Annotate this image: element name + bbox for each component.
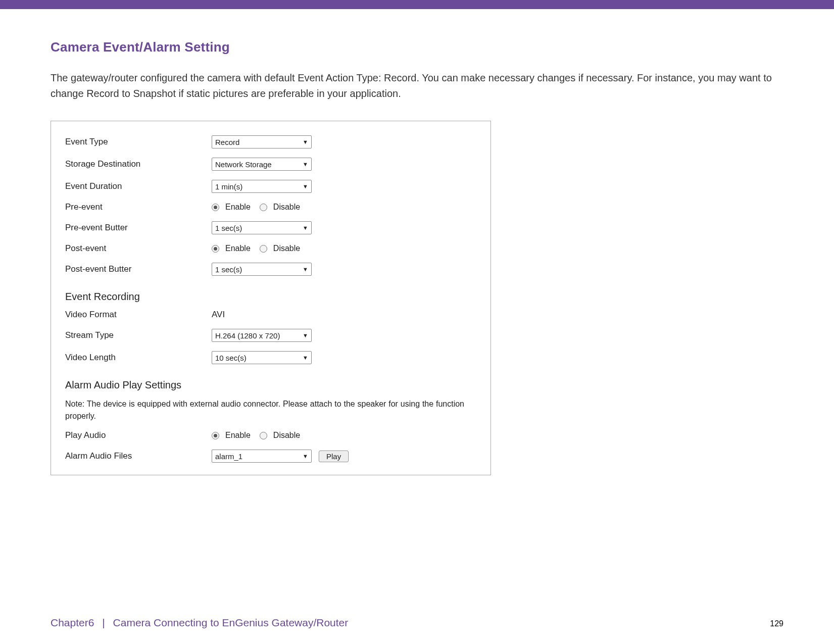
label-pre-event: Pre-event bbox=[65, 202, 212, 212]
radio-pre-event-disable-label: Disable bbox=[273, 203, 300, 212]
radio-play-audio-disable[interactable] bbox=[260, 432, 267, 439]
select-post-event-butter-value: 1 sec(s) bbox=[215, 265, 242, 274]
chevron-down-icon: ▼ bbox=[303, 266, 308, 272]
select-pre-event-butter[interactable]: 1 sec(s) ▼ bbox=[212, 221, 312, 234]
section-alarm-audio: Alarm Audio Play Settings bbox=[65, 379, 476, 391]
chevron-down-icon: ▼ bbox=[303, 453, 308, 459]
select-event-type-value: Record bbox=[215, 138, 239, 146]
row-post-event: Post-event Enable Disable bbox=[65, 243, 476, 254]
select-event-duration[interactable]: 1 min(s) ▼ bbox=[212, 180, 312, 193]
play-button[interactable]: Play bbox=[319, 451, 349, 462]
select-pre-event-butter-value: 1 sec(s) bbox=[215, 224, 242, 232]
select-post-event-butter[interactable]: 1 sec(s) ▼ bbox=[212, 263, 312, 276]
radio-pre-event-enable[interactable] bbox=[212, 204, 219, 211]
label-alarm-audio-files: Alarm Audio Files bbox=[65, 451, 212, 461]
settings-panel: Event Type Record ▼ Storage Destination … bbox=[51, 121, 491, 475]
top-accent-bar bbox=[0, 0, 834, 9]
label-event-duration: Event Duration bbox=[65, 181, 212, 191]
row-play-audio: Play Audio Enable Disable bbox=[65, 430, 476, 440]
row-video-length: Video Length 10 sec(s) ▼ bbox=[65, 351, 476, 364]
footer-breadcrumb: Chapter6 | Camera Connecting to EnGenius… bbox=[51, 617, 348, 629]
footer-separator: | bbox=[102, 617, 105, 628]
row-event-duration: Event Duration 1 min(s) ▼ bbox=[65, 180, 476, 193]
select-stream-type-value: H.264 (1280 x 720) bbox=[215, 331, 280, 340]
row-pre-event-butter: Pre-event Butter 1 sec(s) ▼ bbox=[65, 221, 476, 234]
section-event-recording: Event Recording bbox=[65, 291, 476, 303]
row-event-type: Event Type Record ▼ bbox=[65, 135, 476, 148]
row-storage-destination: Storage Destination Network Storage ▼ bbox=[65, 158, 476, 171]
select-stream-type[interactable]: H.264 (1280 x 720) ▼ bbox=[212, 329, 312, 342]
radio-post-event-disable-label: Disable bbox=[273, 244, 300, 253]
radio-post-event-enable-label: Enable bbox=[225, 244, 251, 253]
chevron-down-icon: ▼ bbox=[303, 332, 308, 338]
radio-play-audio-enable[interactable] bbox=[212, 432, 219, 439]
footer-title: Camera Connecting to EnGenius Gateway/Ro… bbox=[113, 617, 349, 628]
page-intro: The gateway/router configured the camera… bbox=[51, 70, 783, 102]
chevron-down-icon: ▼ bbox=[303, 183, 308, 189]
page-title: Camera Event/Alarm Setting bbox=[51, 39, 783, 55]
select-event-type[interactable]: Record ▼ bbox=[212, 135, 312, 148]
radio-pre-event-enable-label: Enable bbox=[225, 203, 251, 212]
label-pre-event-butter: Pre-event Butter bbox=[65, 223, 212, 233]
label-video-length: Video Length bbox=[65, 353, 212, 363]
label-play-audio: Play Audio bbox=[65, 430, 212, 440]
label-event-type: Event Type bbox=[65, 137, 212, 147]
select-video-length[interactable]: 10 sec(s) ▼ bbox=[212, 351, 312, 364]
select-alarm-audio-files-value: alarm_1 bbox=[215, 452, 242, 461]
alarm-audio-note: Note: The device is equipped with extern… bbox=[65, 398, 464, 422]
label-video-format: Video Format bbox=[65, 310, 212, 320]
page-number: 129 bbox=[770, 619, 783, 628]
select-alarm-audio-files[interactable]: alarm_1 ▼ bbox=[212, 450, 312, 463]
select-video-length-value: 10 sec(s) bbox=[215, 354, 247, 362]
label-storage-destination: Storage Destination bbox=[65, 159, 212, 169]
chevron-down-icon: ▼ bbox=[303, 225, 308, 231]
select-storage-destination-value: Network Storage bbox=[215, 160, 272, 169]
radio-play-audio-enable-label: Enable bbox=[225, 431, 251, 440]
radio-play-audio-disable-label: Disable bbox=[273, 431, 300, 440]
row-post-event-butter: Post-event Butter 1 sec(s) ▼ bbox=[65, 263, 476, 276]
label-post-event-butter: Post-event Butter bbox=[65, 264, 212, 274]
radio-pre-event-disable[interactable] bbox=[260, 204, 267, 211]
radio-post-event-disable[interactable] bbox=[260, 245, 267, 253]
row-video-format: Video Format AVI bbox=[65, 310, 476, 320]
label-stream-type: Stream Type bbox=[65, 330, 212, 340]
select-storage-destination[interactable]: Network Storage ▼ bbox=[212, 158, 312, 171]
radio-post-event-enable[interactable] bbox=[212, 245, 219, 253]
value-video-format: AVI bbox=[212, 310, 225, 320]
chevron-down-icon: ▼ bbox=[303, 355, 308, 361]
label-post-event: Post-event bbox=[65, 243, 212, 254]
chevron-down-icon: ▼ bbox=[303, 139, 308, 145]
footer-chapter: Chapter6 bbox=[51, 617, 94, 628]
chevron-down-icon: ▼ bbox=[303, 161, 308, 167]
row-pre-event: Pre-event Enable Disable bbox=[65, 202, 476, 212]
row-stream-type: Stream Type H.264 (1280 x 720) ▼ bbox=[65, 329, 476, 342]
select-event-duration-value: 1 min(s) bbox=[215, 182, 242, 191]
row-alarm-audio-files: Alarm Audio Files alarm_1 ▼ Play bbox=[65, 450, 476, 463]
